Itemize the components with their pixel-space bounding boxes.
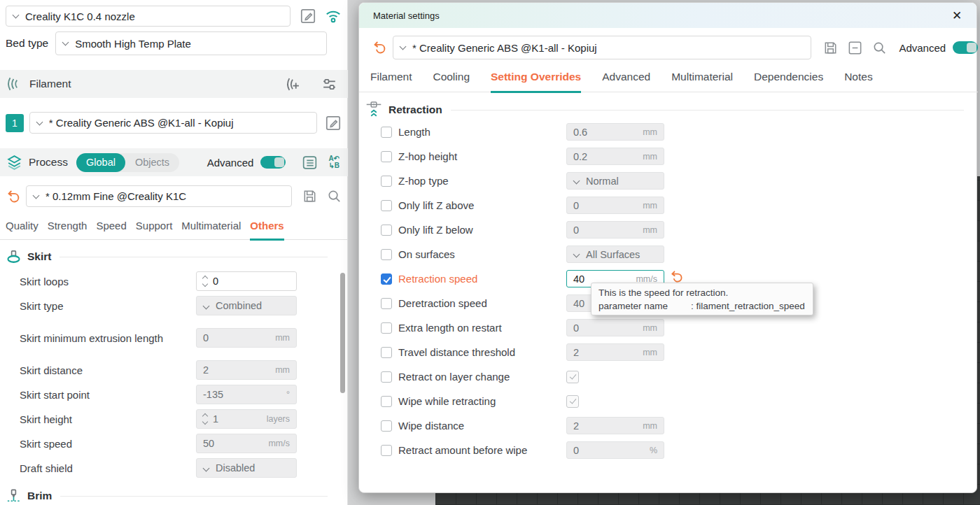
bed-type-select[interactable]: Smooth High Temp Plate [55,31,327,55]
reset-material-button[interactable] [372,40,387,55]
filament-select[interactable]: * Creality Generic ABS @K1-all - Kopiuj [29,112,317,134]
filament-settings-button[interactable] [321,76,338,93]
search-process-settings-button[interactable] [326,188,342,204]
setting-label: Retract on layer change [398,371,566,383]
reset-process-button[interactable] [6,189,21,204]
sidebar-prepare-panel: Creality K1C 0.4 nozzle Bed type Smooth … [0,0,348,505]
parameter-list-button[interactable] [301,154,318,171]
parameter-tooltip: This is the speed for retraction. parame… [591,283,813,315]
wifi-icon [324,7,342,25]
override-checkbox[interactable] [381,225,392,236]
select-field[interactable]: Disabled [196,458,297,478]
filament-index-badge[interactable]: 1 [6,114,24,132]
edit-printer-button[interactable] [299,7,317,25]
field-unit: % [650,446,657,455]
advanced-toggle[interactable] [260,156,286,169]
process-section-title: Process [29,156,68,169]
skirt-rows: Skirt loops 0 Skirt type Combined [6,271,335,483]
process-tabs: Quality Strength Speed Support Multimate… [0,220,348,240]
input-field[interactable]: 0 mm [566,319,664,336]
process-tab[interactable]: Speed [96,220,126,239]
material-preset-select[interactable]: * Creality Generic ABS @K1-all - Kopiuj [393,36,811,59]
input-field[interactable]: 50 mm/s [196,434,297,453]
override-checkbox[interactable] [381,371,392,383]
add-filament-button[interactable] [284,76,301,93]
select-field[interactable]: Normal [566,172,664,190]
dialog-tab[interactable]: Filament [370,71,412,92]
reset-retraction-speed-button[interactable] [669,269,684,284]
override-checkbox[interactable] [381,249,392,260]
input-field[interactable]: 2 mm [566,417,664,434]
chevron-down-icon [62,39,69,46]
input-field[interactable]: 2 mm [196,360,297,380]
dialog-tab[interactable]: Cooling [433,71,470,92]
override-checkbox[interactable] [381,322,392,334]
value-checkbox[interactable] [566,371,579,383]
override-checkbox[interactable] [381,273,392,285]
override-checkbox[interactable] [381,396,392,407]
field-value: 50 [203,438,214,449]
setting-label: Wipe distance [398,420,566,432]
process-preset-select[interactable]: * 0.12mm Fine @Creality K1C [26,185,292,207]
spinner-field[interactable]: 0 [196,271,297,291]
input-field[interactable]: 0 mm [566,221,664,239]
override-checkbox[interactable] [381,151,392,162]
minus-square-icon [847,40,863,56]
input-field[interactable]: 0 % [566,441,664,459]
divider [451,110,964,111]
override-checkbox[interactable] [381,200,392,211]
override-checkbox[interactable] [381,420,392,432]
input-field[interactable]: 0 mm [196,328,297,348]
save-material-preset-button[interactable] [822,40,839,56]
override-checkbox[interactable] [381,176,392,187]
override-checkbox[interactable] [381,445,392,456]
input-field[interactable]: 0.6 mm [566,123,664,141]
process-tab[interactable]: Multimaterial [181,220,241,239]
segment-objects[interactable]: Objects [125,153,179,172]
process-tab[interactable]: Others [250,220,284,241]
close-button[interactable]: ✕ [948,7,965,24]
dialog-tab[interactable]: Multimaterial [671,71,733,92]
input-field[interactable]: -135 ° [196,385,297,404]
input-field[interactable]: 2 mm [566,343,664,361]
edit-filament-button[interactable] [324,114,342,132]
spinner-arrows-icon[interactable] [203,276,207,286]
search-material-settings-button[interactable] [872,40,888,56]
compare-ab-button[interactable]: A↶↳B [328,155,340,169]
input-field[interactable]: 0.2 mm [566,148,664,165]
process-tab[interactable]: Quality [6,220,38,239]
segment-global[interactable]: Global [76,153,125,172]
setting-label: Draft shield [20,462,196,475]
printer-select[interactable]: Creality K1C 0.4 nozzle [6,6,290,27]
dialog-advanced-toggle[interactable] [953,41,978,54]
dialog-tab[interactable]: Setting Overrides [491,71,581,93]
select-field[interactable]: All Surfaces [566,246,664,263]
override-checkbox[interactable] [381,347,392,358]
tooltip-parameter-key: parameter name [598,299,691,313]
dialog-titlebar[interactable]: Material settings ✕ [359,3,976,28]
setting-row: Skirt minimum extrusion length 0 mm [6,320,335,355]
override-row: Wipe while retracting [359,392,978,410]
dialog-tab[interactable]: Notes [844,71,873,92]
dialog-tab[interactable]: Advanced [602,71,650,92]
dialog-title: Material settings [373,10,440,21]
spinner-arrows-icon[interactable] [203,414,207,424]
field-unit: mm [643,225,657,235]
sidebar-scrollbar-thumb[interactable] [340,273,345,393]
delete-material-preset-button[interactable] [847,40,863,56]
input-field[interactable]: 0 mm [566,197,664,214]
field-value: 0 [203,332,209,343]
dialog-tab[interactable]: Dependencies [754,71,823,92]
value-checkbox[interactable] [566,395,579,408]
spinner-field[interactable]: 1 layers [196,409,297,429]
process-tab[interactable]: Support [136,220,173,239]
filament-icon [6,75,24,93]
select-field[interactable]: Combined [196,296,297,315]
field-value: 0 [573,322,579,334]
override-checkbox[interactable] [381,298,392,309]
save-process-preset-button[interactable] [302,188,318,204]
process-tab[interactable]: Strength [48,220,88,239]
printer-connection-button[interactable] [324,7,342,25]
override-checkbox[interactable] [381,127,392,138]
ab-swap-icon: A↶↳B [328,155,340,169]
